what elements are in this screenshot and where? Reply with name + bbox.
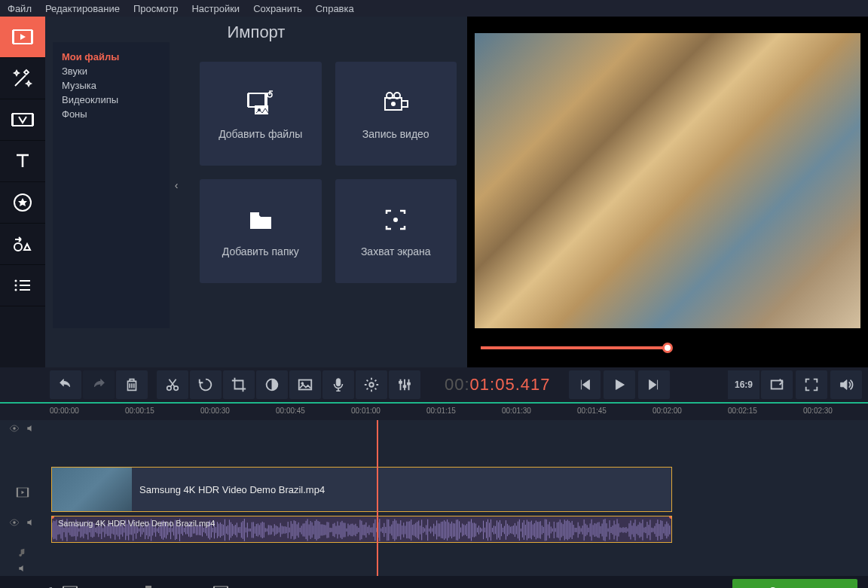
footer: Масштаб: Длительность проекта: 02:04 Сох… (0, 576, 868, 588)
import-categories: Мои файлы Звуки Музыка Видеоклипы Фоны (53, 42, 170, 328)
eye-icon[interactable] (9, 423, 20, 434)
ruler-tick: 00:01:30 (502, 407, 531, 415)
toolbar: 00:01:05.417 16:9 (0, 367, 868, 402)
duration-label: Длительность проекта: (280, 586, 384, 589)
menu-file[interactable]: Файл (8, 3, 32, 14)
menu-view[interactable]: Просмотр (133, 3, 178, 14)
sidebar-shapes[interactable] (0, 224, 45, 265)
save-button[interactable]: Сохранить (732, 579, 857, 588)
track-controls-audio (0, 515, 45, 530)
panel-title: Импорт (45, 23, 467, 42)
add-files-icon (244, 87, 277, 117)
svg-point-35 (369, 382, 374, 387)
eye-icon[interactable] (9, 517, 20, 528)
cut-button[interactable] (157, 370, 188, 399)
svg-point-12 (15, 289, 17, 291)
svg-point-40 (13, 427, 16, 430)
playhead[interactable] (377, 420, 378, 576)
svg-rect-38 (408, 382, 411, 385)
record-video-label: Запись видео (362, 128, 429, 140)
category-sounds[interactable]: Звуки (62, 64, 160, 78)
speaker-icon[interactable] (17, 563, 28, 574)
sidebar-stickers[interactable] (0, 182, 45, 224)
audio-clip[interactable]: Samsung 4K HDR Video Demo Brazil.mp4 (51, 516, 672, 543)
screen-capture-button[interactable]: Захват экрана (335, 179, 457, 283)
category-myfiles[interactable]: Мои файлы (62, 50, 160, 64)
svg-rect-42 (17, 488, 18, 497)
sidebar-transitions[interactable] (0, 99, 45, 141)
screen-capture-icon (379, 205, 412, 235)
rotate-button[interactable] (190, 370, 222, 399)
fullscreen-button[interactable] (796, 370, 827, 399)
delete-button[interactable] (116, 370, 148, 399)
menu-settings[interactable]: Настройки (191, 3, 240, 14)
svg-point-11 (15, 285, 17, 287)
speaker-icon[interactable] (26, 423, 36, 434)
sidebar-filters[interactable] (0, 58, 45, 99)
record-video-button[interactable]: Запись видео (335, 62, 457, 166)
undo-button[interactable] (50, 370, 81, 399)
preview-progress[interactable] (481, 340, 854, 363)
zoom-label: Масштаб: (11, 586, 55, 589)
duration-value: 02:04 (389, 586, 414, 589)
timeline-tracks: Samsung 4K HDR Video Demo Brazil.mp4 Sam… (0, 420, 868, 576)
settings-button[interactable] (356, 370, 387, 399)
menu-help[interactable]: Справка (316, 3, 354, 14)
svg-rect-18 (264, 93, 267, 107)
speaker-icon[interactable] (26, 517, 36, 528)
svg-rect-16 (249, 93, 267, 107)
preview-progress-fill (481, 346, 668, 349)
export-frame-button[interactable] (761, 370, 793, 399)
add-folder-button[interactable]: Добавить папку (200, 179, 322, 283)
volume-button[interactable] (830, 370, 862, 399)
video-clip[interactable]: Samsung 4K HDR Video Demo Brazil.mp4 (51, 467, 672, 512)
category-videoclips[interactable]: Видеоклипы (62, 93, 160, 107)
preview-video[interactable] (475, 33, 860, 328)
aspect-ratio-button[interactable]: 16:9 (728, 370, 760, 399)
ruler-tick: 00:02:15 (728, 407, 757, 415)
svg-rect-43 (27, 488, 29, 497)
music-note-icon (17, 547, 28, 558)
prev-button[interactable] (569, 370, 601, 399)
next-button[interactable] (638, 370, 670, 399)
color-button[interactable] (256, 370, 288, 399)
svg-point-26 (391, 102, 396, 106)
mic-button[interactable] (322, 370, 354, 399)
record-video-icon (379, 87, 412, 117)
track-controls-overlay (0, 422, 45, 435)
image-button[interactable] (289, 370, 321, 399)
menu-save[interactable]: Сохранить (253, 3, 302, 14)
category-music[interactable]: Музыка (62, 78, 160, 93)
screen-capture-label: Захват экрана (361, 245, 431, 257)
svg-marker-3 (20, 34, 26, 40)
svg-rect-23 (402, 101, 408, 107)
sidebar-more[interactable] (0, 265, 45, 306)
svg-point-28 (393, 218, 398, 222)
timecode: 00:01:05.417 (445, 375, 550, 395)
sidebar (0, 17, 45, 367)
sidebar-titles[interactable] (0, 141, 45, 182)
collapse-handle[interactable]: ‹ (170, 167, 182, 203)
menubar: Файл Редактирование Просмотр Настройки С… (0, 0, 868, 17)
svg-point-9 (14, 243, 22, 251)
preview-progress-thumb[interactable] (662, 343, 673, 353)
add-folder-icon (244, 205, 277, 235)
crop-button[interactable] (223, 370, 255, 399)
svg-rect-17 (247, 93, 249, 107)
redo-button[interactable] (83, 370, 115, 399)
add-files-button[interactable]: Добавить файлы (200, 62, 322, 166)
svg-rect-6 (32, 114, 34, 126)
menu-edit[interactable]: Редактирование (45, 3, 120, 14)
svg-rect-36 (399, 381, 402, 383)
timeline-ruler[interactable]: 00:00:00 00:00:15 00:00:30 00:00:45 00:0… (0, 402, 868, 420)
category-backgrounds[interactable]: Фоны (62, 107, 160, 121)
play-button[interactable] (604, 370, 635, 399)
svg-marker-44 (22, 491, 25, 495)
ruler-tick: 00:01:00 (351, 407, 381, 415)
equalizer-button[interactable] (389, 370, 420, 399)
sidebar-import[interactable] (0, 17, 45, 58)
svg-rect-39 (772, 381, 783, 389)
ruler-tick: 00:02:30 (803, 407, 833, 415)
ruler-tick: 00:00:45 (276, 407, 305, 415)
svg-rect-32 (299, 380, 312, 390)
